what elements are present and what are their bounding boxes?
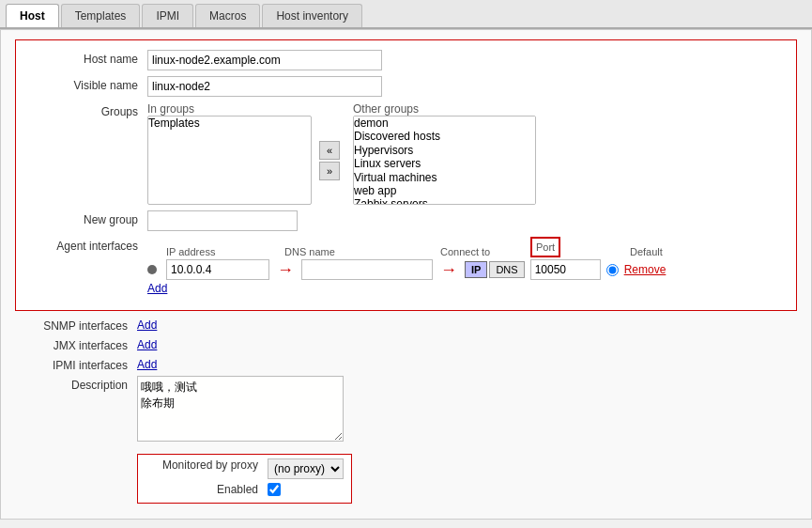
hostname-row: Host name xyxy=(25,50,787,70)
agent-interfaces-row: Agent interfaces IP address DNS name Con… xyxy=(25,237,787,295)
groups-wrapper: In groups Templates « » xyxy=(147,102,787,205)
iface-default-header: Default xyxy=(630,246,677,257)
snmp-interfaces-label: SNMP interfaces xyxy=(15,317,137,333)
in-groups-wrapper: In groups Templates « » xyxy=(147,102,344,205)
connect-to-group: IP DNS xyxy=(465,261,525,278)
proxy-select-wrapper: (no proxy) xyxy=(268,458,344,479)
proxy-row: Monitored by proxy (no proxy) xyxy=(146,458,344,479)
iface-port-header-wrapper: Port xyxy=(530,237,624,257)
iface-port-input[interactable] xyxy=(530,259,601,280)
jmx-interfaces-row: JMX interfaces Add xyxy=(15,336,797,352)
enabled-checkbox-wrapper xyxy=(268,483,281,499)
tab-host[interactable]: Host xyxy=(6,4,59,27)
iface-bullet-wrapper xyxy=(147,265,161,274)
proxy-label: Monitored by proxy xyxy=(146,458,268,472)
agent-interfaces-wrapper: IP address DNS name Connect to Port Defa… xyxy=(147,237,787,295)
ipmi-interfaces-row: IPMI interfaces Add xyxy=(15,356,797,372)
in-groups-label: In groups xyxy=(147,102,344,116)
proxy-select[interactable]: (no proxy) xyxy=(268,458,344,479)
in-groups-list[interactable]: Templates xyxy=(147,116,312,205)
description-field-wrapper: 哦哦，测试 除布期 xyxy=(137,376,797,444)
add-iface-wrapper: Add xyxy=(147,282,787,295)
iface-data-row: → → IP DNS Remove xyxy=(147,259,787,280)
iface-dns-input[interactable] xyxy=(301,259,433,280)
newgroup-input[interactable] xyxy=(147,210,298,231)
port-highlight-box: Port xyxy=(530,237,560,257)
enabled-checkbox[interactable] xyxy=(268,483,281,496)
other-groups-list[interactable]: demon Discovered hosts Hypervisors Linux… xyxy=(353,116,536,205)
ipmi-add-link[interactable]: Add xyxy=(137,358,157,371)
agent-interfaces-label: Agent interfaces xyxy=(25,237,147,253)
iface-ip-input[interactable] xyxy=(166,259,269,280)
iface-bullet xyxy=(147,265,157,274)
proxy-enabled-section: Monitored by proxy (no proxy) Enabled xyxy=(137,454,352,504)
groups-label: Groups xyxy=(25,102,147,118)
newgroup-field-wrapper xyxy=(147,210,787,231)
snmp-add-wrapper: Add xyxy=(137,318,797,332)
spacer-label xyxy=(15,450,137,453)
description-label: Description xyxy=(15,376,137,392)
newgroup-row: New group xyxy=(25,210,787,231)
iface-default-radio[interactable] xyxy=(606,264,619,276)
other-groups-wrapper: Other groups demon Discovered hosts Hype… xyxy=(353,102,536,205)
newgroup-label: New group xyxy=(25,210,147,226)
other-groups-label: Other groups xyxy=(353,102,536,116)
iface-dns-header: DNS name xyxy=(284,246,435,257)
tab-templates[interactable]: Templates xyxy=(61,4,141,27)
jmx-add-wrapper: Add xyxy=(137,338,797,351)
connect-arrow2-icon: → xyxy=(440,260,457,280)
tab-ipmi[interactable]: IPMI xyxy=(142,4,193,27)
enabled-row: Enabled xyxy=(146,483,344,499)
groups-section: In groups Templates « » xyxy=(147,102,787,205)
connect-arrow-icon: → xyxy=(277,260,294,280)
iface-port-header: Port xyxy=(536,241,555,253)
jmx-add-link[interactable]: Add xyxy=(137,338,157,351)
visiblename-label: Visible name xyxy=(25,76,147,92)
hostname-input[interactable] xyxy=(147,50,382,70)
snmp-add-link[interactable]: Add xyxy=(137,318,157,332)
proxy-enabled-wrapper: Monitored by proxy (no proxy) Enabled xyxy=(137,450,797,504)
hostname-label: Host name xyxy=(25,50,147,66)
move-left-button[interactable]: « xyxy=(319,141,340,160)
connect-ip-button[interactable]: IP xyxy=(465,261,487,278)
main-content: Host name Visible name Groups In groups xyxy=(0,29,812,520)
move-right-button[interactable]: » xyxy=(319,162,340,180)
groups-arrow-buttons: « » xyxy=(319,141,340,180)
connect-dns-button[interactable]: DNS xyxy=(489,261,524,278)
jmx-interfaces-label: JMX interfaces xyxy=(15,336,137,352)
tabs-bar: Host Templates IPMI Macros Host inventor… xyxy=(0,0,812,29)
visiblename-row: Visible name xyxy=(25,76,787,97)
iface-connect-header: Connect to xyxy=(440,246,525,257)
ipmi-interfaces-label: IPMI interfaces xyxy=(15,356,137,372)
description-row: Description 哦哦，测试 除布期 xyxy=(15,376,797,444)
visiblename-field-wrapper xyxy=(147,76,787,97)
description-textarea[interactable]: 哦哦，测试 除布期 xyxy=(137,376,344,442)
add-iface-link[interactable]: Add xyxy=(147,282,167,295)
enabled-label: Enabled xyxy=(146,483,268,496)
ipmi-add-wrapper: Add xyxy=(137,358,797,371)
iface-headers: IP address DNS name Connect to Port Defa… xyxy=(147,237,787,257)
proxy-section-row: Monitored by proxy (no proxy) Enabled xyxy=(15,450,797,504)
iface-ip-header: IP address xyxy=(166,246,279,257)
groups-lists: Templates « » xyxy=(147,116,344,205)
hostname-field-wrapper xyxy=(147,50,787,70)
host-config-section: Host name Visible name Groups In groups xyxy=(15,39,797,311)
tab-macros[interactable]: Macros xyxy=(195,4,260,27)
tab-host-inventory[interactable]: Host inventory xyxy=(262,4,362,27)
visiblename-input[interactable] xyxy=(147,76,382,97)
snmp-interfaces-row: SNMP interfaces Add xyxy=(15,317,797,333)
remove-iface-link[interactable]: Remove xyxy=(624,263,666,276)
groups-row: Groups In groups Templates « » xyxy=(25,102,787,205)
